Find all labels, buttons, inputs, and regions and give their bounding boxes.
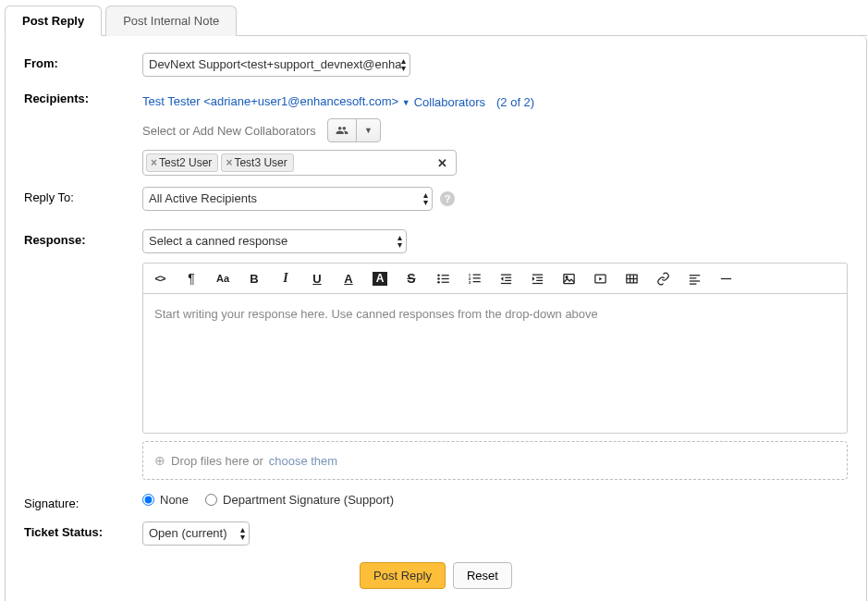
svg-rect-20 (563, 274, 573, 283)
svg-rect-9 (472, 274, 480, 275)
collaborators-toggle[interactable]: ▼ Collaborators (2 of 2) (402, 95, 534, 109)
tag-label: Test2 User (159, 156, 212, 169)
tag-label: Test3 User (234, 156, 287, 169)
video-icon[interactable] (593, 271, 607, 286)
collaborators-tag-input[interactable]: × Test2 User × Test3 User ✕ (142, 150, 457, 176)
label-signature: Signature: (24, 493, 142, 510)
select-updown-icon: ▴▾ (397, 234, 402, 249)
tag-remove-icon[interactable]: × (226, 156, 232, 169)
caret-down-icon: ▼ (402, 98, 410, 107)
dropzone-text: Drop files here or (171, 454, 263, 468)
background-color-icon[interactable]: A (373, 272, 387, 286)
svg-rect-18 (536, 279, 543, 280)
signature-dept-radio[interactable] (205, 494, 217, 506)
svg-rect-19 (532, 282, 542, 283)
from-value: DevNext Support<test+support_devnext@enh… (149, 55, 401, 75)
post-reply-button[interactable]: Post Reply (360, 562, 446, 589)
code-view-icon[interactable]: <> (153, 271, 167, 286)
label-response: Response: (24, 229, 142, 247)
svg-rect-12 (500, 274, 510, 275)
editor-body[interactable]: Start writing your response here. Use ca… (143, 294, 847, 433)
strikethrough-icon[interactable]: S (404, 271, 419, 286)
text-color-icon[interactable]: A (341, 271, 356, 286)
editor-toolbar: <> ¶ Aa B I U A A S 123 (143, 264, 847, 294)
svg-rect-13 (505, 276, 511, 277)
unordered-list-icon[interactable] (435, 271, 450, 286)
svg-point-2 (437, 281, 440, 284)
tab-post-reply[interactable]: Post Reply (5, 6, 102, 36)
svg-text:3: 3 (468, 279, 471, 284)
users-icon (328, 119, 357, 141)
ticket-status-value: Open (current) (149, 523, 227, 544)
select-updown-icon: ▴▾ (423, 191, 428, 206)
reset-button[interactable]: Reset (453, 562, 512, 589)
signature-none-radio[interactable] (142, 494, 154, 506)
svg-rect-10 (472, 277, 480, 278)
svg-rect-31 (720, 277, 730, 278)
link-icon[interactable] (655, 271, 670, 286)
collaborators-label: Collaborators (414, 95, 485, 109)
table-icon[interactable] (624, 271, 639, 286)
canned-response-select[interactable]: Select a canned response ▴▾ (142, 229, 407, 253)
add-collaborators-button[interactable]: ▼ (327, 118, 381, 142)
help-icon[interactable]: ? (440, 191, 455, 206)
svg-point-1 (437, 277, 440, 280)
label-from: From: (24, 53, 142, 70)
svg-rect-14 (505, 279, 511, 280)
canned-response-value: Select a canned response (149, 231, 287, 251)
label-recipients: Recipients: (24, 88, 142, 105)
svg-rect-3 (441, 275, 448, 276)
clear-tags-icon[interactable]: ✕ (432, 156, 453, 170)
attachment-dropzone[interactable]: ⊕ Drop files here or choose them (142, 441, 848, 480)
select-updown-icon: ▴▾ (401, 57, 406, 72)
tab-content: From: DevNext Support<test+support_devne… (5, 36, 867, 601)
svg-rect-5 (441, 281, 448, 282)
editor: <> ¶ Aa B I U A A S 123 (142, 263, 848, 434)
select-updown-icon: ▴▾ (240, 526, 245, 541)
recipient-link[interactable]: Test Tester <adriane+user1@enhancesoft.c… (142, 94, 398, 108)
indent-icon[interactable] (530, 271, 544, 286)
bold-icon[interactable]: B (247, 271, 262, 286)
svg-rect-30 (689, 283, 696, 284)
svg-rect-28 (689, 277, 696, 278)
svg-rect-17 (536, 276, 543, 277)
align-icon[interactable] (687, 271, 702, 286)
tag-remove-icon[interactable]: × (151, 156, 157, 169)
italic-icon[interactable]: I (278, 271, 293, 286)
dropdown-caret-icon: ▼ (357, 119, 380, 141)
svg-rect-11 (472, 281, 480, 282)
add-collaborators-text: Select or Add New Collaborators (142, 124, 316, 138)
reply-to-select[interactable]: All Active Recipients ▴▾ (142, 187, 433, 211)
collaborator-tag: × Test2 User (146, 153, 218, 172)
upload-icon: ⊕ (154, 453, 165, 468)
font-family-icon[interactable]: Aa (215, 271, 230, 286)
svg-rect-4 (441, 277, 448, 278)
svg-rect-27 (689, 275, 699, 276)
tab-post-internal-note[interactable]: Post Internal Note (105, 6, 237, 36)
label-ticket-status: Ticket Status: (24, 521, 142, 539)
reply-to-value: All Active Recipients (149, 189, 257, 209)
svg-rect-15 (500, 282, 510, 283)
choose-files-link[interactable]: choose them (269, 454, 337, 468)
svg-rect-16 (532, 274, 542, 275)
paragraph-icon[interactable]: ¶ (184, 271, 199, 286)
collaborators-count: (2 of 2) (496, 95, 534, 109)
svg-rect-29 (689, 280, 699, 281)
svg-point-21 (566, 276, 568, 277)
image-icon[interactable] (561, 271, 576, 286)
collaborator-tag: × Test3 User (221, 153, 293, 172)
svg-point-0 (437, 274, 440, 276)
signature-none-label: None (160, 493, 189, 507)
label-reply-to: Reply To: (24, 187, 142, 204)
horizontal-rule-icon[interactable] (718, 271, 733, 286)
signature-dept-label: Department Signature (Support) (223, 493, 394, 507)
from-select[interactable]: DevNext Support<test+support_devnext@enh… (142, 53, 410, 77)
ordered-list-icon[interactable]: 123 (467, 271, 482, 286)
ticket-status-select[interactable]: Open (current) ▴▾ (142, 521, 250, 546)
underline-icon[interactable]: U (310, 271, 324, 286)
outdent-icon[interactable] (498, 271, 513, 286)
